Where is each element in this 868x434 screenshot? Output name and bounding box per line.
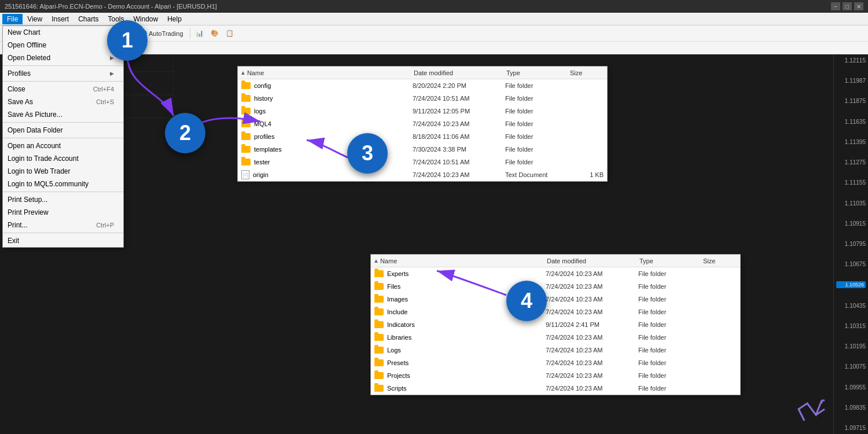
file-type: Text Document — [505, 171, 569, 178]
col-name-top[interactable]: Name — [247, 69, 264, 76]
menu-item-login-to-mql5-community[interactable]: Login to MQL5.community — [3, 178, 123, 190]
menu-item-login-to-web-trader[interactable]: Login to Web Trader — [3, 165, 123, 178]
explorer-row[interactable]: config 8/20/2024 2:20 PM File folder — [238, 79, 607, 92]
menu-item-label: Open Data Folder — [8, 126, 62, 134]
explorer-row[interactable]: templates 7/30/2024 3:38 PM File folder — [238, 143, 607, 156]
explorer-row[interactable]: Logs 7/24/2024 10:23 AM File folder — [371, 344, 740, 356]
file-name: Libraries — [387, 334, 546, 341]
file-type: File folder — [505, 95, 569, 102]
minimize-button[interactable]: − — [831, 2, 840, 10]
sort-arrow-top: ▲ — [240, 69, 246, 76]
explorer-row[interactable]: history 7/24/2024 10:51 AM File folder — [238, 92, 607, 105]
folder-icon — [241, 108, 251, 115]
folder-icon — [374, 308, 384, 315]
file-type: File folder — [505, 146, 569, 153]
menu-item-new-chart[interactable]: New Chart — [3, 26, 123, 39]
menu-item-print-setup-[interactable]: Print Setup... — [3, 193, 123, 206]
file-date: 7/24/2024 10:23 AM — [546, 308, 638, 315]
menu-item-open-offline[interactable]: Open Offline — [3, 39, 123, 52]
file-name: MQL4 — [254, 120, 413, 127]
broker-logo — [793, 392, 827, 428]
file-date: 7/24/2024 10:23 AM — [413, 120, 505, 127]
menu-separator — [3, 138, 123, 138]
file-type: File folder — [638, 283, 702, 290]
menu-separator — [3, 192, 123, 192]
explorer-row[interactable]: Libraries 7/24/2024 10:23 AM File folder — [371, 331, 740, 344]
step-3: 3 — [347, 133, 388, 174]
col-size-bottom[interactable]: Size — [703, 258, 738, 264]
menu-shortcut: Ctrl+S — [96, 98, 114, 105]
explorer-row[interactable]: tester 7/24/2024 10:51 AM File folder — [238, 156, 607, 168]
file-name: templates — [254, 146, 413, 153]
file-name: tester — [254, 159, 413, 165]
menu-item-print-[interactable]: Print...Ctrl+P — [3, 219, 123, 231]
menu-item-save-as[interactable]: Save AsCtrl+S — [3, 95, 123, 108]
menu-view[interactable]: View — [23, 14, 47, 24]
file-type: File folder — [505, 159, 569, 165]
explorer-row[interactable]: 📄origin 7/24/2024 10:23 AM Text Document… — [238, 168, 607, 181]
menu-charts[interactable]: Charts — [73, 14, 103, 24]
menu-item-label: Exit — [8, 237, 19, 245]
explorer-row[interactable]: Scripts 7/24/2024 10:23 AM File folder — [371, 382, 740, 395]
file-name: Projects — [387, 372, 546, 379]
file-date: 7/30/2024 3:38 PM — [413, 146, 505, 153]
file-type: File folder — [638, 359, 702, 366]
menu-item-exit[interactable]: Exit — [3, 234, 123, 247]
folder-icon — [374, 296, 384, 303]
explorer-row[interactable]: MQL4 7/24/2024 10:23 AM File folder — [238, 117, 607, 130]
col-size-top[interactable]: Size — [570, 69, 605, 76]
menu-help[interactable]: Help — [163, 14, 186, 24]
menu-item-label: Save As Picture... — [8, 111, 62, 119]
file-type: File folder — [638, 372, 702, 379]
menu-item-profiles[interactable]: Profiles — [3, 67, 123, 80]
folder-icon — [374, 283, 384, 290]
col-type-bottom[interactable]: Type — [639, 258, 703, 264]
price-2: 1.11987 — [836, 78, 866, 84]
menu-item-label: Open Offline — [8, 41, 46, 49]
col-type-top[interactable]: Type — [506, 69, 570, 76]
folder-icon — [374, 359, 384, 366]
price-13: 1.10315 — [836, 323, 866, 329]
file-size: 1 KB — [569, 171, 604, 178]
file-date: 9/11/2024 12:05 PM — [413, 108, 505, 115]
menu-insert[interactable]: Insert — [47, 14, 73, 24]
menu-item-print-preview[interactable]: Print Preview — [3, 206, 123, 219]
folder-icon — [374, 385, 384, 392]
template-btn[interactable]: 📋 — [223, 27, 237, 40]
price-18: 1.09715 — [836, 425, 866, 431]
maximize-button[interactable]: □ — [843, 2, 852, 10]
explorer-row[interactable]: profiles 8/18/2024 11:06 AM File folder — [238, 130, 607, 143]
menu-item-close[interactable]: CloseCtrl+F4 — [3, 83, 123, 95]
chart-type-btn[interactable]: 📊 — [193, 27, 207, 40]
menu-item-login-to-trade-account[interactable]: Login to Trade Account — [3, 152, 123, 165]
explorer-row[interactable]: Images 7/24/2024 10:23 AM File folder — [371, 293, 740, 306]
folder-icon — [374, 270, 384, 277]
file-name: Scripts — [387, 385, 546, 392]
explorer-row[interactable]: Include 7/24/2024 10:23 AM File folder — [371, 306, 740, 318]
menu-item-label: Save As — [8, 98, 33, 106]
explorer-row[interactable]: Indicators 9/11/2024 2:41 PM File folder — [371, 318, 740, 331]
price-1: 1.12115 — [836, 57, 866, 64]
explorer-row[interactable]: Projects 7/24/2024 10:23 AM File folder — [371, 369, 740, 382]
file-date: 7/24/2024 10:23 AM — [546, 296, 638, 303]
col-date-bottom[interactable]: Date modified — [547, 258, 639, 264]
menu-item-save-as-picture-[interactable]: Save As Picture... — [3, 108, 123, 121]
menu-item-open-data-folder[interactable]: Open Data Folder — [3, 124, 123, 137]
file-name: Logs — [387, 347, 546, 354]
file-type: File folder — [638, 385, 702, 392]
menu-file[interactable]: File — [2, 14, 23, 24]
menu-item-open-deleted[interactable]: Open Deleted — [3, 52, 123, 64]
explorer-row[interactable]: Presets 7/24/2024 10:23 AM File folder — [371, 356, 740, 369]
explorer-row[interactable]: logs 9/11/2024 12:05 PM File folder — [238, 105, 607, 117]
col-date-top[interactable]: Date modified — [414, 69, 506, 76]
file-type: File folder — [638, 270, 702, 277]
color-btn[interactable]: 🎨 — [208, 27, 222, 40]
menu-item-label: Close — [8, 85, 25, 93]
price-11: 1.10675 — [836, 261, 866, 267]
price-7: 1.11155 — [836, 179, 866, 186]
menu-item-open-an-account[interactable]: Open an Account — [3, 139, 123, 152]
explorer-row[interactable]: Experts 7/24/2024 10:23 AM File folder — [371, 267, 740, 280]
close-button[interactable]: ✕ — [854, 2, 863, 10]
explorer-row[interactable]: Files 7/24/2024 10:23 AM File folder — [371, 280, 740, 293]
col-name-bottom[interactable]: Name — [380, 258, 397, 264]
